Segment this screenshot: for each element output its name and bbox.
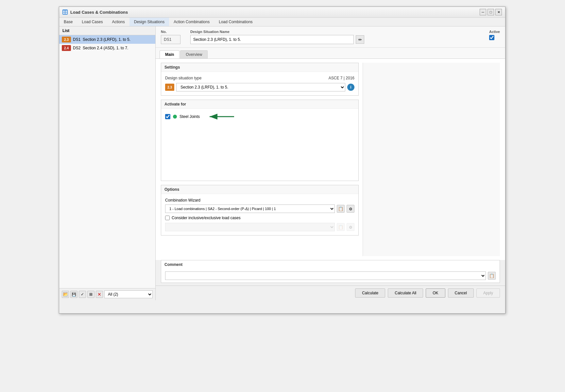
form-header: No. Design Situation Name ✏ Active xyxy=(156,26,505,48)
name-label: Design Situation Name xyxy=(190,30,479,34)
delete-button[interactable]: ✕ xyxy=(96,291,103,298)
design-type-label: Design situation type xyxy=(165,76,201,80)
list-footer: 📂 💾 ✓ ⊞ ✕ All (2) xyxy=(59,288,155,300)
comment-copy-button[interactable]: 📋 xyxy=(488,272,496,280)
design-type-dropdown-row: 2.3 Section 2.3 (LRFD), 1. to 5. i xyxy=(165,83,354,91)
arrow-icon xyxy=(206,113,236,121)
menu-load-combinations[interactable]: Load Combinations xyxy=(214,18,257,26)
title-bar: Load Cases & Combinations ─ □ ✕ xyxy=(59,7,505,18)
check-button[interactable]: ✓ xyxy=(79,291,86,298)
comment-select[interactable] xyxy=(165,271,486,280)
svg-text:💾: 💾 xyxy=(72,292,76,297)
add-button[interactable]: 📂 xyxy=(62,291,69,298)
design-type-select[interactable]: Section 2.3 (LRFD), 1. to 5. xyxy=(176,83,345,91)
steel-joints-label: Steel Joints xyxy=(180,114,200,119)
name-input[interactable] xyxy=(190,35,354,44)
comment-section: Comment 📋 xyxy=(161,260,500,283)
right-panel: No. Design Situation Name ✏ Active M xyxy=(156,26,505,300)
menu-design-situations[interactable]: Design Situations xyxy=(129,18,169,26)
maximize-button[interactable]: □ xyxy=(488,9,494,15)
info-button[interactable]: i xyxy=(347,84,354,91)
activate-title: Activate for xyxy=(161,100,358,109)
svg-text:⚙: ⚙ xyxy=(349,207,352,211)
close-button[interactable]: ✕ xyxy=(495,9,502,15)
settings-section: Settings Design situation type ASCE 7 | … xyxy=(161,63,359,96)
steel-joints-checkbox[interactable] xyxy=(165,114,170,119)
cancel-button[interactable]: Cancel xyxy=(448,288,474,298)
svg-text:⚙: ⚙ xyxy=(349,225,352,229)
main-content: Settings Design situation type ASCE 7 | … xyxy=(156,59,505,260)
svg-text:📋: 📋 xyxy=(489,273,494,278)
dropdown-badge: 2.3 xyxy=(165,84,174,91)
comment-body: 📋 xyxy=(161,269,500,283)
name-field: Design Situation Name ✏ xyxy=(190,30,479,44)
menu-bar: Base Load Cases Actions Design Situation… xyxy=(59,18,505,26)
active-section: Active xyxy=(489,30,500,40)
settings-body: Design situation type ASCE 7 | 2016 2.3 … xyxy=(161,72,358,95)
menu-load-cases[interactable]: Load Cases xyxy=(77,18,107,26)
list-item[interactable]: 2.3 DS1 Section 2.3 (LRFD), 1. to 5. xyxy=(59,35,155,44)
disabled-add-button: 📋 xyxy=(337,223,345,231)
window-title: Load Cases & Combinations xyxy=(70,10,128,15)
svg-rect-3 xyxy=(65,12,67,14)
disabled-select xyxy=(165,223,335,231)
save-button[interactable]: 💾 xyxy=(70,291,77,298)
svg-text:📋: 📋 xyxy=(338,225,343,229)
svg-rect-2 xyxy=(63,12,65,14)
window-icon xyxy=(62,9,68,15)
minimize-button[interactable]: ─ xyxy=(480,9,486,15)
consider-label: Consider inclusive/exclusive load cases xyxy=(172,216,241,220)
green-dot-icon xyxy=(173,115,177,119)
list-item-text-ds2: DS2 Section 2.4 (ASD), 1. to 7. xyxy=(73,46,128,50)
consider-checkbox[interactable] xyxy=(165,216,170,220)
list-header: List xyxy=(59,26,155,35)
menu-action-combinations[interactable]: Action Combinations xyxy=(169,18,214,26)
active-right-panel xyxy=(363,63,500,256)
combo-wizard-row: 1 - Load combinations | SA2 - Second-ord… xyxy=(165,204,354,213)
list-item-ds2[interactable]: 2.4 DS2 Section 2.4 (ASD), 1. to 7. xyxy=(59,44,155,52)
menu-actions[interactable]: Actions xyxy=(107,18,129,26)
disabled-settings-button: ⚙ xyxy=(347,223,354,231)
tab-overview[interactable]: Overview xyxy=(180,50,208,58)
svg-text:📋: 📋 xyxy=(338,206,343,211)
calculate-button[interactable]: Calculate xyxy=(355,288,385,298)
ok-button[interactable]: OK xyxy=(426,288,445,298)
options-body: Combination Wizard 1 - Load combinations… xyxy=(161,194,358,235)
design-type-value: ASCE 7 | 2016 xyxy=(329,76,354,80)
options-section: Options Combination Wizard 1 - Load comb… xyxy=(161,185,359,236)
comment-title: Comment xyxy=(161,260,500,269)
activate-item-steel-joints: Steel Joints xyxy=(165,113,354,121)
copy-button[interactable]: ⊞ xyxy=(87,291,94,298)
no-label: No. xyxy=(161,30,180,34)
main-window: Load Cases & Combinations ─ □ ✕ Base Loa… xyxy=(59,7,505,314)
menu-base[interactable]: Base xyxy=(59,18,77,26)
filter-select[interactable]: All (2) xyxy=(104,290,153,298)
list-items: 2.3 DS1 Section 2.3 (LRFD), 1. to 5. 2.4… xyxy=(59,35,155,288)
svg-rect-0 xyxy=(63,10,65,12)
list-badge-ds1: 2.3 xyxy=(62,37,71,42)
calculate-all-button[interactable]: Calculate All xyxy=(388,288,423,298)
inner-tabs: Main Overview xyxy=(156,48,505,59)
svg-rect-1 xyxy=(65,10,67,12)
active-label: Active xyxy=(489,30,500,34)
list-item-text-ds1: DS1 Section 2.3 (LRFD), 1. to 5. xyxy=(73,37,130,42)
svg-text:📂: 📂 xyxy=(63,292,68,297)
no-input[interactable] xyxy=(161,35,180,44)
combo-wizard-label: Combination Wizard xyxy=(165,198,354,203)
settings-title: Settings xyxy=(161,63,358,72)
tab-main[interactable]: Main xyxy=(160,50,180,58)
edit-name-button[interactable]: ✏ xyxy=(356,35,364,44)
combo-settings-button[interactable]: ⚙ xyxy=(347,205,354,213)
design-type-row: Design situation type ASCE 7 | 2016 xyxy=(165,76,354,80)
activate-section: Activate for Steel Joints xyxy=(161,100,359,181)
active-checkbox[interactable] xyxy=(489,35,494,40)
options-title: Options xyxy=(161,185,358,194)
name-input-row: ✏ xyxy=(190,35,479,44)
combo-add-button[interactable]: 📋 xyxy=(337,205,345,213)
apply-button[interactable]: Apply xyxy=(476,288,500,298)
list-badge-ds2: 2.4 xyxy=(62,45,71,51)
center-panel: Settings Design situation type ASCE 7 | … xyxy=(161,63,359,256)
combo-wizard-select[interactable]: 1 - Load combinations | SA2 - Second-ord… xyxy=(165,204,335,213)
disabled-row: 📋 ⚙ xyxy=(165,223,354,231)
consider-row: Consider inclusive/exclusive load cases xyxy=(165,216,354,220)
